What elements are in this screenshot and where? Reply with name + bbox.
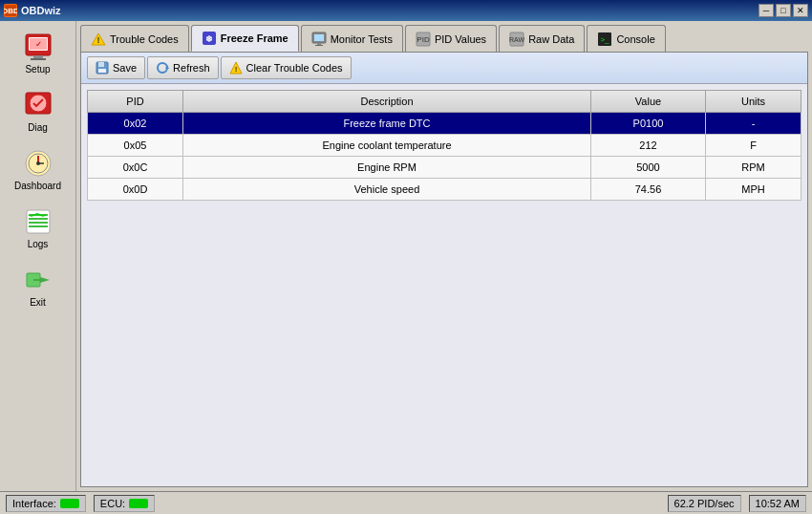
raw-icon: RAW — [509, 32, 524, 47]
tab-console[interactable]: >_ Console — [587, 25, 665, 52]
freeze-icon: ❄ — [202, 31, 217, 46]
svg-rect-21 — [317, 43, 321, 45]
save-label: Save — [113, 62, 137, 74]
console-icon: >_ — [597, 32, 612, 47]
col-header-pid: PID — [88, 91, 183, 113]
tab-trouble-codes[interactable]: ! Trouble Codes — [80, 25, 189, 52]
svg-rect-22 — [315, 45, 323, 46]
cell-description-2: Engine RPM — [183, 157, 591, 179]
sidebar-item-exit[interactable]: Exit — [4, 258, 73, 314]
tab-monitor-tests-label: Monitor Tests — [331, 33, 393, 45]
clear-button[interactable]: ! Clear Trouble Codes — [221, 56, 352, 79]
cell-value-3: 74.56 — [591, 179, 706, 201]
ecu-status: ECU: — [94, 495, 155, 512]
col-header-description: Description — [183, 91, 591, 113]
sidebar-dashboard-label: Dashboard — [14, 181, 61, 191]
setup-icon: ✓ — [23, 32, 53, 62]
app-icon: OBD — [4, 4, 17, 17]
cell-value-1: 212 — [591, 135, 706, 157]
svg-text:!: ! — [97, 35, 100, 45]
cell-pid-3: 0x0D — [88, 179, 183, 201]
ecu-led — [129, 499, 148, 508]
svg-rect-5 — [33, 55, 43, 58]
clear-label: Clear Trouble Codes — [246, 62, 343, 74]
cell-units-2: RPM — [706, 157, 801, 179]
svg-rect-30 — [98, 62, 104, 67]
pid-rate-display: 62.2 PID/sec — [668, 495, 741, 512]
tab-raw-data[interactable]: RAW Raw Data — [499, 25, 585, 52]
diag-icon — [23, 90, 53, 120]
cell-units-1: F — [706, 135, 801, 157]
tab-raw-data-label: Raw Data — [528, 33, 574, 45]
svg-text:✓: ✓ — [34, 40, 41, 49]
tab-pid-values-label: PID Values — [435, 33, 486, 45]
interface-status: Interface: — [6, 495, 86, 512]
col-header-units: Units — [706, 91, 801, 113]
table-row[interactable]: 0x0CEngine RPM5000RPM — [88, 157, 801, 179]
tab-freeze-frame-label: Freeze Frame — [221, 32, 288, 44]
save-button[interactable]: Save — [87, 56, 145, 79]
table-row[interactable]: 0x0DVehicle speed74.56MPH — [88, 179, 801, 201]
svg-rect-6 — [31, 58, 46, 60]
warning-icon: ! — [91, 32, 106, 47]
tab-trouble-codes-label: Trouble Codes — [110, 33, 179, 45]
sidebar-diag-label: Diag — [28, 122, 48, 133]
table-header-row: PID Description Value Units — [88, 91, 801, 113]
toolbar: Save Refresh ! Clear Trouble Codes — [81, 53, 807, 84]
monitor-icon — [311, 32, 327, 47]
dashboard-icon — [23, 148, 53, 179]
cell-pid-0: 0x02 — [88, 113, 183, 135]
cell-units-3: MPH — [706, 179, 801, 201]
clear-icon: ! — [229, 61, 243, 75]
data-table-container: PID Description Value Units 0x02Freeze f… — [81, 84, 807, 486]
sidebar-item-setup[interactable]: ✓ Setup — [4, 25, 73, 81]
cell-description-0: Freeze frame DTC — [183, 113, 591, 135]
refresh-icon — [156, 61, 169, 75]
sidebar-item-diag[interactable]: Diag — [4, 83, 73, 139]
maximize-button[interactable]: □ — [776, 4, 791, 17]
interface-led — [60, 499, 79, 508]
logs-icon — [23, 206, 53, 237]
svg-text:!: ! — [234, 65, 237, 74]
current-time: 10:52 AM — [756, 498, 800, 509]
cell-description-1: Engine coolant temperature — [183, 135, 591, 157]
tab-content: Save Refresh ! Clear Trouble Codes — [80, 52, 808, 487]
ecu-label: ECU: — [100, 498, 125, 509]
svg-text:PID: PID — [417, 35, 430, 44]
interface-label: Interface: — [12, 498, 56, 509]
tab-pid-values[interactable]: PID PID Values — [405, 25, 497, 52]
cell-value-2: 5000 — [591, 157, 706, 179]
main-content: ! Trouble Codes ❄ Freeze Frame — [76, 21, 812, 491]
tab-bar: ! Trouble Codes ❄ Freeze Frame — [80, 25, 808, 52]
tab-freeze-frame[interactable]: ❄ Freeze Frame — [191, 25, 299, 52]
svg-text:❄: ❄ — [205, 34, 213, 44]
cell-description-3: Vehicle speed — [183, 179, 591, 201]
sidebar-exit-label: Exit — [30, 297, 46, 308]
sidebar-item-logs[interactable]: Logs — [4, 200, 73, 256]
pid-rate: 62.2 PID/sec — [674, 498, 735, 509]
table-row[interactable]: 0x02Freeze frame DTCP0100- — [88, 113, 801, 135]
pid-icon: PID — [416, 32, 431, 47]
svg-rect-20 — [314, 34, 324, 41]
col-header-value: Value — [591, 91, 706, 113]
table-row[interactable]: 0x05Engine coolant temperature212F — [88, 135, 801, 157]
cell-pid-2: 0x0C — [88, 157, 183, 179]
svg-text:>_: >_ — [601, 35, 610, 44]
sidebar-item-dashboard[interactable]: Dashboard — [4, 141, 73, 198]
svg-text:OBD: OBD — [4, 7, 17, 15]
close-button[interactable]: ✕ — [793, 4, 808, 17]
cell-value-0: P0100 — [591, 113, 706, 135]
exit-icon — [23, 265, 53, 295]
tab-monitor-tests[interactable]: Monitor Tests — [301, 25, 403, 52]
refresh-button[interactable]: Refresh — [147, 56, 219, 79]
refresh-label: Refresh — [173, 62, 210, 74]
svg-text:RAW: RAW — [509, 36, 524, 43]
cell-units-0: - — [706, 113, 801, 135]
save-icon — [96, 61, 109, 75]
minimize-button[interactable]: ─ — [759, 4, 774, 17]
app-title: OBDwiz — [21, 5, 61, 16]
title-bar: OBD OBDwiz ─ □ ✕ — [0, 0, 812, 21]
sidebar: ✓ Setup Diag — [0, 21, 76, 491]
svg-rect-31 — [98, 69, 106, 73]
sidebar-logs-label: Logs — [28, 239, 49, 249]
